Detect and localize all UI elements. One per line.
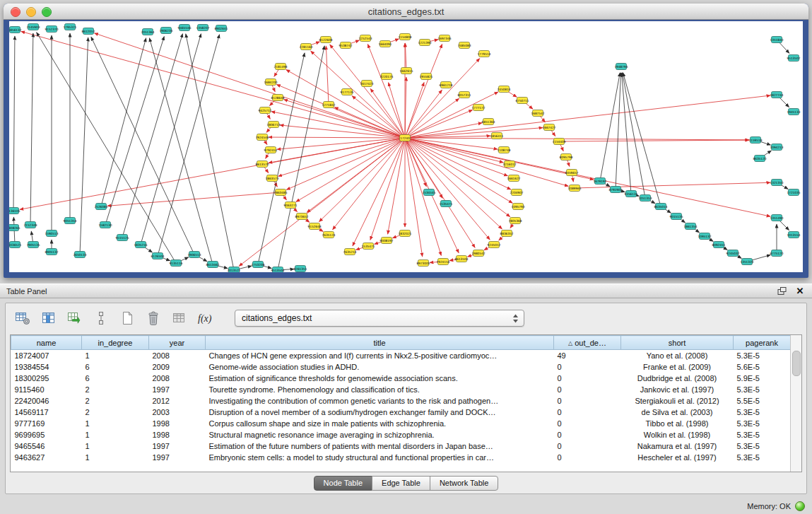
network-node[interactable]: 1321350: [770, 180, 783, 186]
column-header-name[interactable]: name: [11, 336, 82, 350]
import-table-icon[interactable]: [66, 310, 83, 326]
network-node[interactable]: 1664091: [378, 41, 392, 47]
column-header-pagerank[interactable]: pagerank: [734, 336, 791, 350]
network-edge[interactable]: [616, 73, 621, 189]
network-edge[interactable]: [405, 43, 406, 71]
network-node[interactable]: 1617423: [360, 81, 373, 87]
network-edge[interactable]: [353, 138, 405, 246]
table-row[interactable]: 946362711997Embryonic stem cells: a mode…: [11, 452, 791, 463]
network-node[interactable]: 8613462: [206, 262, 219, 268]
network-edge[interactable]: [370, 138, 405, 240]
network-edge[interactable]: [405, 138, 502, 229]
network-node[interactable]: 1795321: [63, 24, 76, 30]
network-node[interactable]: 8613504: [454, 256, 468, 262]
network-node[interactable]: 1687542: [531, 110, 544, 117]
network-edge[interactable]: [405, 138, 426, 187]
network-node[interactable]: 6775120: [770, 250, 783, 257]
tab-network-table[interactable]: Network Table: [430, 476, 499, 491]
table-row[interactable]: 1456911722003Disruption of a novel membe…: [11, 407, 791, 418]
table-row[interactable]: 946554611997Estimation of the future num…: [11, 440, 791, 452]
network-node[interactable]: 6126504: [151, 253, 164, 259]
network-node[interactable]: 1013554: [787, 232, 800, 238]
network-node[interactable]: 1667427: [542, 124, 555, 131]
network-edge[interactable]: [284, 100, 405, 138]
network-node[interactable]: 9792451: [264, 147, 277, 153]
network-node[interactable]: 1753208: [251, 262, 264, 268]
network-node[interactable]: 1535471: [361, 243, 375, 250]
column-header-out_degree[interactable]: △out_de…: [554, 336, 621, 350]
network-node[interactable]: 8905132: [45, 249, 58, 255]
network-node[interactable]: 9513504: [271, 267, 284, 273]
network-node[interactable]: 1684200: [264, 79, 277, 86]
table-row[interactable]: 969969511998Structural magnetic resonanc…: [11, 429, 791, 440]
network-edge[interactable]: [105, 37, 164, 225]
network-node[interactable]: 1582130: [98, 222, 112, 228]
network-node[interactable]: 1534545: [422, 189, 435, 196]
network-node[interactable]: 1590513: [45, 230, 58, 237]
network-node[interactable]: 1221390: [418, 40, 431, 46]
network-node[interactable]: 1955821: [419, 74, 433, 80]
network-node[interactable]: 1948794: [614, 64, 628, 70]
network-node[interactable]: 9465546: [177, 25, 191, 31]
select-columns-icon[interactable]: [40, 310, 57, 326]
network-edge[interactable]: [122, 34, 182, 238]
table-row[interactable]: 977716911998Corpus callosum shape and si…: [11, 418, 791, 429]
network-node[interactable]: 8261351: [293, 266, 307, 272]
column-header-short[interactable]: short: [621, 336, 734, 350]
network-edge[interactable]: [296, 138, 405, 201]
network-edge[interactable]: [101, 38, 146, 206]
network-node[interactable]: 9136105: [9, 208, 20, 214]
row-operations-icon[interactable]: [93, 310, 110, 326]
network-edge[interactable]: [95, 33, 405, 138]
network-edge[interactable]: [622, 73, 631, 194]
network-edge[interactable]: [278, 46, 324, 270]
close-panel-icon[interactable]: ✕: [794, 286, 806, 296]
network-edge[interactable]: [352, 96, 405, 138]
network-node[interactable]: 1779514: [477, 51, 490, 57]
network-edge[interactable]: [149, 38, 213, 264]
network-node[interactable]: 1806713: [266, 122, 280, 128]
network-node[interactable]: 7805368: [508, 218, 522, 224]
network-node[interactable]: 1679197: [593, 178, 606, 185]
network-node[interactable]: 1351490: [770, 215, 783, 221]
table-row[interactable]: 911546021997Tourette syndrome. Phenomeno…: [11, 384, 791, 395]
network-node[interactable]: 7635124: [322, 232, 335, 238]
network-node[interactable]: 6750711: [515, 98, 529, 104]
memory-status-indicator[interactable]: [795, 501, 805, 511]
network-edge[interactable]: [80, 37, 88, 255]
network-node[interactable]: 1832021: [398, 230, 411, 237]
network-node[interactable]: 2152349: [23, 222, 37, 228]
network-node[interactable]: 9245032: [726, 250, 739, 257]
network-node[interactable]: 7863485: [273, 189, 287, 196]
network-node[interactable]: 9245012: [487, 242, 500, 248]
network-node[interactable]: 8635014: [654, 204, 667, 210]
network-node[interactable]: 1856132: [9, 27, 22, 33]
network-node[interactable]: 9063271: [283, 202, 297, 209]
network-node[interactable]: 1827744: [770, 92, 783, 98]
network-node[interactable]: 6851364: [481, 119, 495, 125]
network-edge[interactable]: [30, 33, 33, 225]
network-node[interactable]: 9538742: [339, 42, 352, 49]
network-node[interactable]: 1835216: [134, 242, 147, 248]
window-titlebar[interactable]: citations_edges.txt: [4, 4, 808, 20]
network-edge[interactable]: [37, 33, 176, 263]
network-node[interactable]: 1945133: [787, 109, 800, 115]
network-node[interactable]: 1808265: [9, 225, 20, 231]
network-edge[interactable]: [405, 44, 442, 138]
close-window-button[interactable]: [11, 7, 20, 17]
network-node[interactable]: 2281160: [299, 44, 312, 50]
network-canvas[interactable]: 1724021814981684200812864894257121806713…: [9, 21, 803, 272]
network-node[interactable]: 3220174: [379, 74, 393, 80]
network-node[interactable]: 8791907: [608, 187, 622, 193]
network-node[interactable]: 2013521: [227, 267, 240, 273]
network-edge[interactable]: [405, 90, 442, 138]
zoom-window-button[interactable]: [42, 7, 52, 17]
network-node[interactable]: 1661627: [507, 175, 520, 182]
network-node[interactable]: 8057311: [457, 92, 471, 98]
network-edge[interactable]: [405, 98, 459, 138]
network-node[interactable]: 1095132: [698, 233, 711, 240]
network-edge[interactable]: [286, 138, 405, 189]
network-edge[interactable]: [239, 138, 405, 266]
network-node[interactable]: 2204907: [510, 189, 523, 196]
network-node[interactable]: 7905135: [26, 242, 40, 248]
